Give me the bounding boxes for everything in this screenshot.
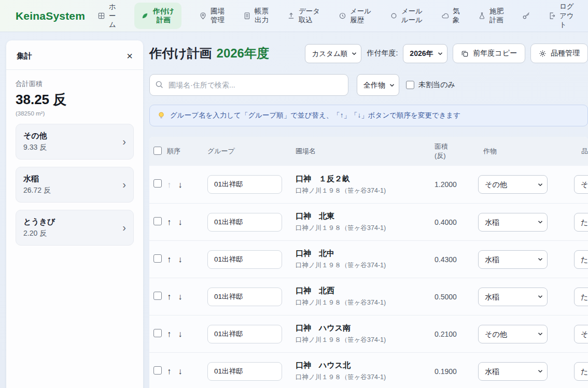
sort-order-select[interactable]: カスタム順 [305, 44, 361, 63]
variety-select[interactable]: そ [574, 325, 588, 343]
field-area: 0.4300 [428, 255, 476, 264]
crop-select[interactable]: 水稲 [478, 213, 548, 232]
row-checkbox[interactable] [153, 366, 162, 375]
crop-filter-select[interactable]: 全作物 [357, 74, 399, 96]
move-up-icon[interactable]: ↑ [167, 180, 171, 190]
field-name: 口神 ハウス北 [296, 361, 428, 370]
crop-select[interactable]: その他 [478, 325, 548, 343]
crop-name: とうきび [23, 217, 55, 227]
select-all-checkbox[interactable] [153, 147, 162, 155]
move-up-icon[interactable]: ↑ [167, 292, 171, 301]
nav-item-mail-rules[interactable]: メールルール [390, 7, 424, 25]
move-down-icon[interactable]: ↓ [178, 180, 182, 190]
close-icon[interactable]: × [127, 51, 133, 61]
row-checkbox[interactable] [153, 179, 162, 188]
variety-select[interactable]: た [574, 250, 588, 269]
nav-item-mail-history[interactable]: メール履歴 [339, 7, 372, 25]
field-name: 口神 １反２畝 [296, 174, 428, 184]
nav-item-weather[interactable]: 気象 [441, 7, 460, 25]
variety-select[interactable]: た [574, 288, 588, 306]
move-up-icon[interactable]: ↑ [167, 254, 171, 264]
move-down-icon[interactable]: ↓ [178, 217, 182, 227]
group-input[interactable] [207, 213, 282, 232]
app-window: KeinaSystem ホーム 作付け計画 圃場管理 帳票出力 データ取込 [0, 0, 588, 388]
unassigned-only-label: 未割当のみ [418, 80, 455, 90]
nav-item-fertilizer-plan[interactable]: 施肥計画 [478, 7, 505, 25]
unassigned-only-checkbox[interactable] [406, 81, 414, 89]
group-input[interactable] [207, 250, 282, 269]
row-checkbox[interactable] [153, 329, 162, 337]
variety-select[interactable]: た [574, 362, 588, 381]
crop-filter-select-wrap: 全作物 [357, 74, 399, 96]
variety-select[interactable]: そ [574, 175, 588, 194]
move-down-icon[interactable]: ↓ [178, 366, 182, 376]
filter-row: 全作物 未割当のみ [149, 74, 588, 96]
total-area-sqm: (38250 m²) [16, 110, 134, 117]
crop-select[interactable]: 水稲 [478, 288, 548, 306]
row-checkbox[interactable] [153, 292, 162, 300]
nav-label: ホーム [109, 2, 117, 30]
crop-summary-card[interactable]: 水稲 26.72 反 › [16, 167, 134, 203]
plan-year-label: 作付年度: [367, 49, 398, 58]
nav-item-field-management[interactable]: 圃場管理 [199, 7, 226, 25]
variety-select[interactable]: た [574, 213, 588, 232]
table-row: ↑ ↓ 口神 北中 口神ノ川１９８（笹ヶ谷374-1) 0.4300 [149, 240, 588, 278]
header-field-name: 圃場名 [288, 147, 428, 156]
crop-select[interactable]: 水稲 [478, 250, 548, 269]
crop-summary-card[interactable]: とうきび 2.20 反 › [16, 210, 134, 246]
field-area: 1.2000 [428, 180, 476, 189]
field-name: 口神 北西 [296, 286, 428, 296]
copy-previous-year-button[interactable]: 前年度コピー [453, 44, 525, 63]
crop-summary-card[interactable]: その他 9.33 反 › [16, 124, 134, 160]
page-title-year: 2026年度 [217, 45, 269, 62]
info-banner-text: グループ名を入力して「グループ順」で並び替え、「↑」「↓」ボタンで順序を変更でき… [170, 111, 460, 120]
nav-label: 施肥計画 [489, 7, 505, 25]
nav-items: ホーム 作付け計画 圃場管理 帳票出力 データ取込 メール履歴 [97, 2, 575, 30]
move-up-icon[interactable]: ↑ [167, 217, 171, 227]
crop-select[interactable]: その他 [478, 175, 548, 194]
group-input[interactable] [207, 175, 282, 194]
document-icon [243, 12, 251, 20]
flask-icon [478, 12, 486, 20]
copy-icon [461, 50, 469, 58]
page-title: 作付け計画 [149, 45, 212, 62]
nav-item-planting-plan[interactable]: 作付け計画 [134, 3, 181, 29]
nav-item-data-import[interactable]: データ取込 [287, 7, 321, 25]
summary-panel-header: 集計 × [6, 40, 143, 70]
crop-name: その他 [23, 131, 47, 141]
variety-management-button[interactable]: 品種管理 [530, 44, 588, 63]
row-checkbox[interactable] [153, 217, 162, 225]
group-input[interactable] [207, 325, 282, 343]
search-input[interactable] [149, 74, 348, 96]
brand-logo[interactable]: KeinaSystem [16, 10, 97, 22]
row-checkbox[interactable] [153, 254, 162, 263]
nav-item-logout[interactable]: ログアウト [548, 2, 575, 30]
field-address: 口神ノ川１９８（笹ヶ谷374-1) [296, 336, 428, 344]
circle-icon [390, 12, 398, 20]
crop-select[interactable]: 水稲 [478, 362, 548, 381]
nav-item-license-key[interactable] [522, 11, 530, 20]
group-input[interactable] [207, 362, 282, 381]
move-down-icon[interactable]: ↓ [178, 254, 182, 264]
field-address: 口神ノ川１９８（笹ヶ谷374-1) [296, 186, 428, 195]
group-input[interactable] [207, 288, 282, 306]
plan-year-select[interactable]: 2026年 [403, 44, 447, 63]
field-name: 口神 ハウス南 [296, 323, 428, 333]
field-name: 口神 北中 [296, 249, 428, 258]
header-crop: 作物 [476, 147, 573, 156]
summary-panel: 集計 × 合計面積 38.25 反 (38250 m²) その他 9.33 反 [6, 40, 143, 388]
field-table: 順序 グループ 圃場名 面積 (反) 作物 品種 [149, 137, 588, 388]
total-area-label: 合計面積 [16, 79, 134, 89]
nav-item-report-output[interactable]: 帳票出力 [243, 7, 270, 25]
unassigned-only-checkbox-wrap[interactable]: 未割当のみ [406, 80, 455, 90]
move-down-icon[interactable]: ↓ [178, 329, 182, 339]
body: 集計 × 合計面積 38.25 反 (38250 m²) その他 9.33 反 [0, 32, 588, 388]
move-down-icon[interactable]: ↓ [178, 292, 182, 301]
nav-label: ログアウト [559, 2, 575, 30]
copy-previous-year-label: 前年度コピー [473, 49, 517, 58]
move-up-icon[interactable]: ↑ [167, 329, 171, 339]
home-grid-icon [97, 12, 105, 20]
nav-item-home[interactable]: ホーム [97, 2, 117, 30]
header-area: 面積 (反) [428, 142, 476, 160]
move-up-icon[interactable]: ↑ [167, 366, 171, 376]
